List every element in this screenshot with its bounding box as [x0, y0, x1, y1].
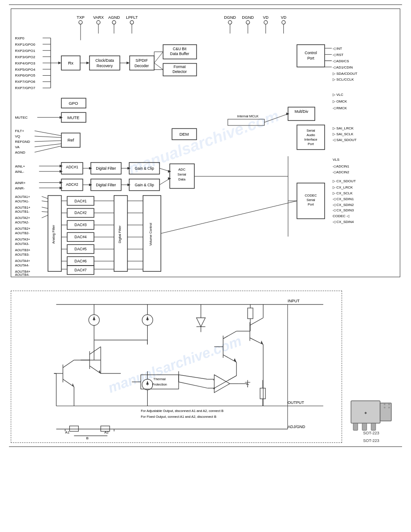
svg-text:RXP1/GPO0: RXP1/GPO0	[15, 43, 35, 47]
svg-text:RXP0: RXP0	[15, 36, 24, 40]
svg-text:Serial: Serial	[178, 172, 186, 176]
svg-text:AOUTA3+: AOUTA3+	[15, 237, 30, 241]
svg-text:+: +	[213, 386, 215, 391]
svg-marker-45	[58, 62, 61, 64]
svg-text:RXP4/GPO3: RXP4/GPO3	[15, 61, 35, 65]
svg-text:CODEC: CODEC	[305, 193, 317, 197]
svg-line-238	[161, 201, 297, 234]
svg-text:DAC#4: DAC#4	[74, 235, 87, 239]
svg-text:AOUTA1+: AOUTA1+	[15, 195, 30, 199]
svg-point-348	[384, 407, 385, 408]
svg-text:DGND: DGND	[242, 15, 254, 20]
svg-text:VD: VD	[281, 15, 287, 20]
svg-text:Detector: Detector	[172, 69, 187, 74]
svg-text:VA: VA	[15, 145, 20, 149]
svg-text:RXP7/GPO7: RXP7/GPO7	[15, 86, 35, 90]
svg-line-98	[34, 136, 61, 137]
svg-text:Port: Port	[308, 142, 314, 146]
svg-text:Protection: Protection	[152, 382, 167, 386]
svg-text:CODEC ◁: CODEC ◁	[333, 214, 350, 218]
svg-line-285	[250, 338, 263, 344]
svg-point-347	[388, 403, 390, 405]
svg-text:INPUT: INPUT	[288, 299, 300, 303]
sot-package-image: ◆ SOT-223 SOT-223	[347, 396, 396, 443]
svg-text:◁ ADCIN1: ◁ ADCIN1	[333, 164, 350, 168]
svg-text:MUTEC: MUTEC	[15, 116, 28, 120]
svg-line-211	[42, 211, 48, 212]
svg-text:DAC#6: DAC#6	[74, 259, 87, 263]
svg-rect-340	[380, 403, 391, 421]
svg-text:DEM: DEM	[180, 132, 189, 137]
svg-text:▷ CX_SCLK: ▷ CX_SCLK	[333, 191, 353, 195]
svg-text:AOUTB1+: AOUTB1+	[15, 206, 30, 210]
svg-line-212	[42, 215, 48, 218]
svg-text:▷ SAI_LRCK: ▷ SAI_LRCK	[333, 126, 354, 130]
sot-section: ◆ SOT-223 SOT-223	[342, 291, 396, 443]
svg-text:ADJ/GND: ADJ/GND	[288, 425, 306, 429]
svg-text:Gain & Clip: Gain & Clip	[135, 166, 154, 171]
block-diagram: manualsarchive.com TXP VARX AGND LPFLT D…	[11, 9, 400, 277]
sot-label: SOT-223	[347, 438, 396, 443]
svg-text:DAC#5: DAC#5	[74, 247, 87, 251]
svg-text:AOUTA2+: AOUTA2+	[15, 216, 30, 220]
svg-marker-287	[197, 318, 206, 327]
svg-text:-: -	[213, 378, 214, 382]
svg-marker-54	[127, 62, 130, 64]
svg-text:VARX: VARX	[93, 15, 104, 20]
svg-line-65	[154, 63, 163, 70]
svg-text:Volume Control: Volume Control	[149, 223, 153, 245]
svg-text:▷ CX_LRCK: ▷ CX_LRCK	[333, 185, 353, 189]
svg-text:ADC: ADC	[178, 167, 185, 172]
svg-text:AOUTA4+: AOUTA4+	[15, 259, 30, 263]
svg-point-12	[130, 21, 134, 24]
svg-point-16	[282, 21, 285, 24]
svg-text:AOUTA1-: AOUTA1-	[15, 199, 29, 203]
svg-line-333	[179, 375, 208, 379]
svg-text:Serial: Serial	[307, 129, 315, 133]
svg-text:AGND: AGND	[108, 15, 120, 20]
svg-text:A2: A2	[104, 430, 109, 434]
svg-text:Decoder: Decoder	[134, 64, 149, 68]
circuit-section: manualsarchive.com INPUT OUTPUT ADJ/GND …	[11, 291, 400, 443]
svg-text:AINR-: AINR-	[15, 186, 25, 190]
svg-line-209	[42, 201, 48, 202]
svg-point-10	[97, 21, 100, 24]
svg-text:Thermal: Thermal	[154, 377, 166, 381]
svg-text:Audio: Audio	[307, 133, 315, 137]
svg-marker-49	[86, 62, 90, 64]
svg-text:◁ AD1/CDIN: ◁ AD1/CDIN	[333, 65, 353, 69]
svg-text:▷ SCL/CCLK: ▷ SCL/CCLK	[333, 77, 354, 82]
svg-text:GPO: GPO	[68, 101, 78, 106]
svg-text:DGND: DGND	[224, 15, 236, 20]
svg-point-349	[388, 407, 390, 408]
svg-rect-310	[69, 426, 78, 431]
svg-text:◁ CX_SDIN4: ◁ CX_SDIN4	[333, 220, 354, 224]
svg-text:Gain & Clip: Gain & Clip	[135, 183, 154, 187]
svg-text:DAC#3: DAC#3	[74, 223, 87, 227]
svg-text:Port: Port	[307, 56, 314, 60]
svg-text:Ref: Ref	[68, 137, 74, 142]
svg-text:Digital Filter: Digital Filter	[96, 183, 116, 187]
svg-rect-264	[248, 308, 253, 319]
svg-text:◁ CX_SDIN3: ◁ CX_SDIN3	[333, 208, 354, 212]
svg-text:TXP: TXP	[77, 15, 84, 20]
svg-text:Port: Port	[308, 202, 314, 206]
svg-text:RXP6/GPO5: RXP6/GPO5	[15, 73, 35, 77]
svg-marker-263	[146, 317, 149, 320]
svg-line-270	[90, 366, 101, 373]
svg-text:▷ VLC: ▷ VLC	[333, 93, 343, 97]
svg-text:▷ CX_SDOUT: ▷ CX_SDOUT	[333, 179, 356, 183]
svg-line-99	[34, 141, 61, 142]
svg-line-275	[63, 379, 74, 387]
svg-text:S/PDIF: S/PDIF	[136, 58, 148, 63]
svg-text:DAC#1: DAC#1	[74, 199, 87, 203]
svg-text:RXP3/GPO2: RXP3/GPO2	[15, 55, 35, 59]
svg-line-101	[34, 146, 61, 152]
svg-text:AOUTB1-: AOUTB1-	[15, 210, 30, 214]
svg-text:Clock/Data: Clock/Data	[95, 58, 114, 63]
svg-text:AOUTA4-: AOUTA4-	[15, 263, 29, 267]
svg-rect-291	[260, 388, 265, 399]
svg-text:ADC#2: ADC#2	[66, 182, 78, 187]
svg-line-97	[34, 131, 61, 136]
svg-text:◁ CX_SDIN2: ◁ CX_SDIN2	[333, 203, 354, 207]
